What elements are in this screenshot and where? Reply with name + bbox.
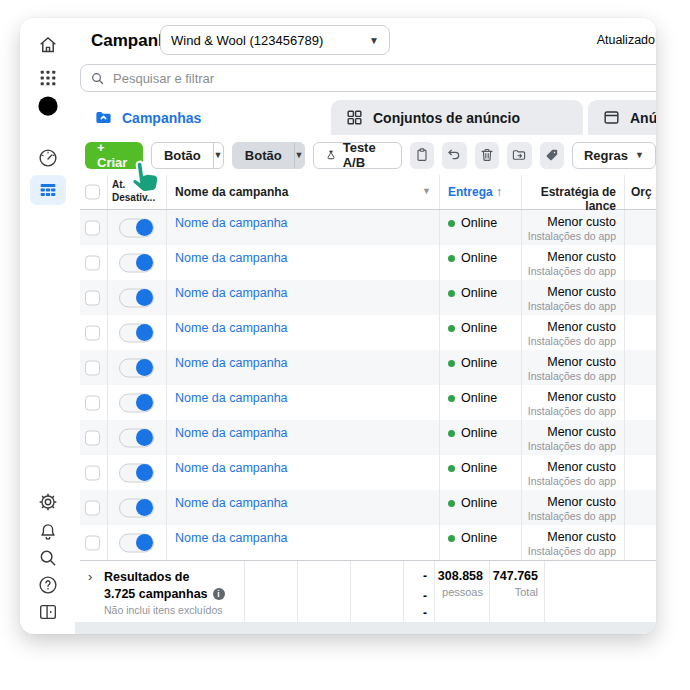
tab-conjuntos-de-anuncio[interactable]: Conjuntos de anúncio: [331, 100, 583, 135]
select-all-checkbox[interactable]: [85, 185, 100, 200]
row-name-cell: Nome da campanha: [167, 420, 440, 455]
gauge-icon[interactable]: [36, 146, 60, 170]
collapse-panel-icon[interactable]: [36, 600, 60, 624]
ab-test-button[interactable]: Teste A/B: [313, 142, 402, 169]
campaign-toggle[interactable]: [119, 218, 154, 237]
campaign-name-link[interactable]: Nome da campanha: [175, 426, 288, 440]
row-select-cell: [80, 280, 108, 315]
campaign-name-link[interactable]: Nome da campanha: [175, 531, 288, 545]
undo-button[interactable]: [442, 142, 466, 169]
dash-value: -: [423, 569, 427, 583]
campaign-toggle[interactable]: [119, 463, 154, 482]
header-campaign-name[interactable]: Nome da campanha ▼: [167, 175, 440, 209]
row-checkbox[interactable]: [85, 430, 100, 445]
table-footer-row: › Resultados de 3.725 campanhas i Não in…: [80, 560, 656, 622]
campaign-name-link[interactable]: Nome da campanha: [175, 496, 288, 510]
chevron-down-icon[interactable]: ▼: [422, 186, 431, 196]
bid-strategy-value: Menor custo: [547, 320, 616, 334]
campaign-toggle[interactable]: [119, 358, 154, 377]
row-checkbox[interactable]: [85, 465, 100, 480]
row-checkbox[interactable]: [85, 535, 100, 550]
split-button-2[interactable]: Botão ▼: [232, 142, 305, 169]
campaign-toggle[interactable]: [119, 288, 154, 307]
split-button-2-label[interactable]: Botão: [233, 148, 294, 163]
info-icon[interactable]: i: [213, 588, 225, 600]
campaign-name-link[interactable]: Nome da campanha: [175, 461, 288, 475]
tab-conjuntos-label: Conjuntos de anúncio: [373, 110, 520, 126]
split-button-1-label[interactable]: Botão: [152, 148, 213, 163]
campaign-name-link[interactable]: Nome da campanha: [175, 286, 288, 300]
clipboard-button[interactable]: [410, 142, 434, 169]
account-avatar[interactable]: [36, 94, 60, 118]
tab-campanhas[interactable]: Campanhas: [80, 100, 327, 135]
campaign-toggle[interactable]: [119, 323, 154, 342]
export-folder-button[interactable]: [507, 142, 531, 169]
campaign-name-link[interactable]: Nome da campanha: [175, 356, 288, 370]
campaign-name-link[interactable]: Nome da campanha: [175, 251, 288, 265]
folder-campaigns-icon: [94, 108, 113, 127]
export-folder-icon: [511, 147, 527, 163]
row-select-cell: [80, 490, 108, 525]
account-selector[interactable]: Wind & Wool (123456789) ▼: [160, 25, 390, 55]
tab-anuncios[interactable]: Anún: [588, 100, 656, 135]
campaign-name-link[interactable]: Nome da campanha: [175, 321, 288, 335]
row-checkbox[interactable]: [85, 395, 100, 410]
bid-strategy-sub: Instalações do app: [528, 440, 616, 452]
create-button[interactable]: + Criar: [85, 142, 143, 169]
header-delivery[interactable]: Entrega ↑: [440, 175, 522, 209]
results-line2: 3.725 campanhas i: [104, 587, 225, 601]
row-checkbox[interactable]: [85, 325, 100, 340]
home-icon[interactable]: [36, 33, 60, 57]
campaign-toggle[interactable]: [119, 533, 154, 552]
footer-empty-cell: [351, 561, 404, 622]
campaign-toggle[interactable]: [119, 428, 154, 447]
people-label: pessoas: [442, 586, 483, 598]
notifications-bell-icon[interactable]: [36, 520, 60, 544]
campaign-name-link[interactable]: Nome da campanha: [175, 391, 288, 405]
apps-grid-icon[interactable]: [36, 66, 60, 90]
tag-button[interactable]: [540, 142, 564, 169]
row-checkbox[interactable]: [85, 290, 100, 305]
campaign-toggle[interactable]: [119, 393, 154, 412]
toolbar: + Criar Botão ▼ Botão ▼ Teste A/B: [80, 135, 656, 175]
delivery-status: Online: [448, 461, 497, 475]
row-checkbox[interactable]: [85, 255, 100, 270]
chevron-down-icon[interactable]: ▼: [294, 150, 304, 160]
search-sidebar-icon[interactable]: [36, 546, 60, 570]
row-checkbox[interactable]: [85, 500, 100, 515]
footer-empty-cell: [245, 561, 298, 622]
bid-strategy-sub: Instalações do app: [528, 510, 616, 522]
row-toggle-cell: [108, 280, 167, 315]
header-budget[interactable]: Orç: [625, 175, 656, 209]
sidebar-item-campaigns-active[interactable]: [30, 175, 66, 205]
topbar: Campanhas Wind & Wool (123456789) ▼ Atua…: [75, 18, 656, 62]
delete-button[interactable]: [475, 142, 499, 169]
campaign-toggle[interactable]: [119, 498, 154, 517]
row-select-cell: [80, 315, 108, 350]
search-bar[interactable]: [80, 64, 656, 92]
split-button-1[interactable]: Botão ▼: [151, 142, 224, 169]
row-name-cell: Nome da campanha: [167, 525, 440, 560]
row-checkbox[interactable]: [85, 220, 100, 235]
content-bottom-strip: [75, 622, 656, 634]
header-bid-strategy[interactable]: Estratégia de lance: [522, 175, 625, 209]
row-select-cell: [80, 420, 108, 455]
chevron-right-icon[interactable]: ›: [88, 569, 92, 584]
campaign-name-link[interactable]: Nome da campanha: [175, 216, 288, 230]
results-summary-cell[interactable]: › Resultados de 3.725 campanhas i Não in…: [80, 561, 245, 622]
chevron-down-icon[interactable]: ▼: [213, 150, 223, 160]
row-select-cell: [80, 245, 108, 280]
settings-gear-icon[interactable]: [36, 490, 60, 514]
header-toggle[interactable]: At. Desativ...: [108, 175, 167, 209]
toggle-knob: [136, 324, 153, 341]
row-checkbox[interactable]: [85, 360, 100, 375]
search-input[interactable]: [113, 71, 656, 86]
row-name-cell: Nome da campanha: [167, 385, 440, 420]
toggle-knob: [136, 534, 153, 551]
campaign-toggle[interactable]: [119, 253, 154, 272]
help-icon[interactable]: [36, 573, 60, 597]
total-value: 747.765: [493, 569, 538, 583]
row-delivery-cell: Online: [440, 490, 522, 525]
rules-button[interactable]: Regras ▼: [572, 142, 656, 169]
row-budget-cell: [625, 420, 656, 455]
